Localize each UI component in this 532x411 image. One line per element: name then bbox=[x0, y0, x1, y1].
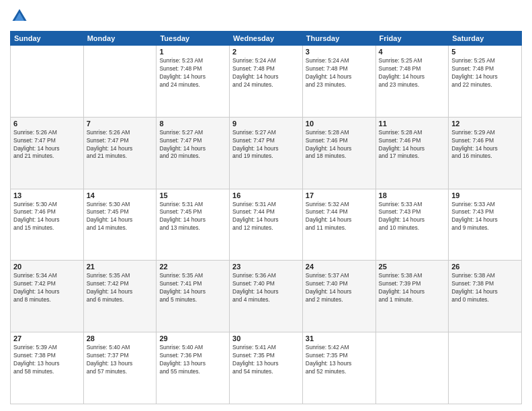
day-info: Sunrise: 5:30 AM Sunset: 7:45 PM Dayligh… bbox=[87, 201, 154, 233]
day-info: Sunrise: 5:26 AM Sunset: 7:47 PM Dayligh… bbox=[87, 129, 154, 161]
day-info: Sunrise: 5:27 AM Sunset: 7:47 PM Dayligh… bbox=[232, 129, 300, 161]
day-info: Sunrise: 5:28 AM Sunset: 7:46 PM Dayligh… bbox=[379, 129, 446, 161]
calendar-cell: 24Sunrise: 5:37 AM Sunset: 7:40 PM Dayli… bbox=[302, 261, 375, 332]
day-info: Sunrise: 5:40 AM Sunset: 7:36 PM Dayligh… bbox=[159, 344, 226, 376]
day-number: 18 bbox=[379, 191, 446, 199]
weekday-header-friday: Friday bbox=[375, 32, 449, 46]
day-number: 25 bbox=[379, 263, 446, 271]
day-number: 12 bbox=[451, 120, 519, 128]
day-info: Sunrise: 5:42 AM Sunset: 7:35 PM Dayligh… bbox=[306, 344, 373, 376]
day-info: Sunrise: 5:36 AM Sunset: 7:40 PM Dayligh… bbox=[232, 272, 300, 304]
day-number: 21 bbox=[87, 263, 154, 271]
day-number: 3 bbox=[306, 48, 373, 56]
day-number: 14 bbox=[87, 191, 154, 199]
day-info: Sunrise: 5:40 AM Sunset: 7:37 PM Dayligh… bbox=[87, 344, 154, 376]
calendar-cell: 12Sunrise: 5:29 AM Sunset: 7:46 PM Dayli… bbox=[449, 117, 522, 189]
calendar-cell: 23Sunrise: 5:36 AM Sunset: 7:40 PM Dayli… bbox=[230, 261, 303, 332]
day-info: Sunrise: 5:31 AM Sunset: 7:45 PM Dayligh… bbox=[159, 201, 226, 233]
calendar-cell: 19Sunrise: 5:33 AM Sunset: 7:43 PM Dayli… bbox=[449, 189, 522, 261]
day-number: 17 bbox=[306, 191, 373, 199]
day-info: Sunrise: 5:39 AM Sunset: 7:38 PM Dayligh… bbox=[13, 344, 81, 376]
calendar-cell: 4Sunrise: 5:25 AM Sunset: 7:48 PM Daylig… bbox=[375, 46, 449, 118]
calendar-cell: 3Sunrise: 5:24 AM Sunset: 7:48 PM Daylig… bbox=[302, 46, 375, 118]
day-info: Sunrise: 5:29 AM Sunset: 7:46 PM Dayligh… bbox=[451, 129, 519, 161]
day-number: 2 bbox=[232, 48, 300, 56]
calendar-cell bbox=[375, 332, 449, 404]
page: SundayMondayTuesdayWednesdayThursdayFrid… bbox=[0, 0, 532, 411]
day-info: Sunrise: 5:27 AM Sunset: 7:47 PM Dayligh… bbox=[159, 129, 226, 161]
day-number: 19 bbox=[451, 191, 519, 199]
calendar-cell: 28Sunrise: 5:40 AM Sunset: 7:37 PM Dayli… bbox=[83, 332, 157, 404]
calendar: SundayMondayTuesdayWednesdayThursdayFrid… bbox=[10, 31, 522, 404]
calendar-cell bbox=[449, 332, 522, 404]
calendar-cell: 11Sunrise: 5:28 AM Sunset: 7:46 PM Dayli… bbox=[375, 117, 449, 189]
weekday-header-monday: Monday bbox=[83, 32, 157, 46]
day-info: Sunrise: 5:32 AM Sunset: 7:44 PM Dayligh… bbox=[306, 201, 373, 233]
day-info: Sunrise: 5:41 AM Sunset: 7:35 PM Dayligh… bbox=[232, 344, 300, 376]
calendar-cell: 31Sunrise: 5:42 AM Sunset: 7:35 PM Dayli… bbox=[302, 332, 375, 404]
day-number: 27 bbox=[13, 334, 81, 342]
day-number: 8 bbox=[159, 120, 226, 128]
day-number: 5 bbox=[451, 48, 519, 56]
weekday-header-wednesday: Wednesday bbox=[230, 32, 303, 46]
calendar-cell bbox=[83, 46, 157, 118]
day-info: Sunrise: 5:38 AM Sunset: 7:39 PM Dayligh… bbox=[379, 272, 446, 304]
calendar-cell: 9Sunrise: 5:27 AM Sunset: 7:47 PM Daylig… bbox=[230, 117, 303, 189]
weekday-header-saturday: Saturday bbox=[449, 32, 522, 46]
day-info: Sunrise: 5:23 AM Sunset: 7:48 PM Dayligh… bbox=[159, 57, 226, 89]
calendar-cell bbox=[11, 46, 84, 118]
weekday-header-thursday: Thursday bbox=[302, 32, 375, 46]
day-info: Sunrise: 5:34 AM Sunset: 7:42 PM Dayligh… bbox=[13, 272, 81, 304]
day-info: Sunrise: 5:35 AM Sunset: 7:41 PM Dayligh… bbox=[159, 272, 226, 304]
day-number: 1 bbox=[159, 48, 226, 56]
day-info: Sunrise: 5:33 AM Sunset: 7:43 PM Dayligh… bbox=[379, 201, 446, 233]
calendar-cell: 10Sunrise: 5:28 AM Sunset: 7:46 PM Dayli… bbox=[302, 117, 375, 189]
day-number: 20 bbox=[13, 263, 81, 271]
calendar-cell: 22Sunrise: 5:35 AM Sunset: 7:41 PM Dayli… bbox=[157, 261, 230, 332]
calendar-cell: 30Sunrise: 5:41 AM Sunset: 7:35 PM Dayli… bbox=[230, 332, 303, 404]
day-number: 28 bbox=[87, 334, 154, 342]
day-number: 16 bbox=[232, 191, 300, 199]
day-info: Sunrise: 5:33 AM Sunset: 7:43 PM Dayligh… bbox=[451, 201, 519, 233]
calendar-cell: 7Sunrise: 5:26 AM Sunset: 7:47 PM Daylig… bbox=[83, 117, 157, 189]
day-number: 11 bbox=[379, 120, 446, 128]
logo bbox=[10, 7, 32, 26]
calendar-cell: 8Sunrise: 5:27 AM Sunset: 7:47 PM Daylig… bbox=[157, 117, 230, 189]
header bbox=[10, 7, 522, 26]
logo-icon bbox=[10, 7, 29, 26]
calendar-cell: 17Sunrise: 5:32 AM Sunset: 7:44 PM Dayli… bbox=[302, 189, 375, 261]
calendar-cell: 13Sunrise: 5:30 AM Sunset: 7:46 PM Dayli… bbox=[11, 189, 84, 261]
day-info: Sunrise: 5:24 AM Sunset: 7:48 PM Dayligh… bbox=[306, 57, 373, 89]
day-number: 4 bbox=[379, 48, 446, 56]
day-info: Sunrise: 5:35 AM Sunset: 7:42 PM Dayligh… bbox=[87, 272, 154, 304]
day-number: 9 bbox=[232, 120, 300, 128]
calendar-cell: 2Sunrise: 5:24 AM Sunset: 7:48 PM Daylig… bbox=[230, 46, 303, 118]
day-number: 22 bbox=[159, 263, 226, 271]
weekday-header-tuesday: Tuesday bbox=[157, 32, 230, 46]
day-info: Sunrise: 5:25 AM Sunset: 7:48 PM Dayligh… bbox=[379, 57, 446, 89]
day-number: 24 bbox=[306, 263, 373, 271]
calendar-cell: 14Sunrise: 5:30 AM Sunset: 7:45 PM Dayli… bbox=[83, 189, 157, 261]
calendar-cell: 20Sunrise: 5:34 AM Sunset: 7:42 PM Dayli… bbox=[11, 261, 84, 332]
calendar-cell: 26Sunrise: 5:38 AM Sunset: 7:38 PM Dayli… bbox=[449, 261, 522, 332]
day-info: Sunrise: 5:31 AM Sunset: 7:44 PM Dayligh… bbox=[232, 201, 300, 233]
calendar-cell: 27Sunrise: 5:39 AM Sunset: 7:38 PM Dayli… bbox=[11, 332, 84, 404]
day-info: Sunrise: 5:37 AM Sunset: 7:40 PM Dayligh… bbox=[306, 272, 373, 304]
calendar-cell: 21Sunrise: 5:35 AM Sunset: 7:42 PM Dayli… bbox=[83, 261, 157, 332]
calendar-cell: 18Sunrise: 5:33 AM Sunset: 7:43 PM Dayli… bbox=[375, 189, 449, 261]
day-number: 10 bbox=[306, 120, 373, 128]
calendar-cell: 25Sunrise: 5:38 AM Sunset: 7:39 PM Dayli… bbox=[375, 261, 449, 332]
calendar-cell: 15Sunrise: 5:31 AM Sunset: 7:45 PM Dayli… bbox=[157, 189, 230, 261]
day-number: 13 bbox=[13, 191, 81, 199]
day-info: Sunrise: 5:30 AM Sunset: 7:46 PM Dayligh… bbox=[13, 201, 81, 233]
day-info: Sunrise: 5:38 AM Sunset: 7:38 PM Dayligh… bbox=[451, 272, 519, 304]
calendar-cell: 16Sunrise: 5:31 AM Sunset: 7:44 PM Dayli… bbox=[230, 189, 303, 261]
day-number: 15 bbox=[159, 191, 226, 199]
day-info: Sunrise: 5:26 AM Sunset: 7:47 PM Dayligh… bbox=[13, 129, 81, 161]
day-info: Sunrise: 5:24 AM Sunset: 7:48 PM Dayligh… bbox=[232, 57, 300, 89]
day-number: 30 bbox=[232, 334, 300, 342]
calendar-cell: 29Sunrise: 5:40 AM Sunset: 7:36 PM Dayli… bbox=[157, 332, 230, 404]
calendar-cell: 6Sunrise: 5:26 AM Sunset: 7:47 PM Daylig… bbox=[11, 117, 84, 189]
day-number: 26 bbox=[451, 263, 519, 271]
day-number: 23 bbox=[232, 263, 300, 271]
